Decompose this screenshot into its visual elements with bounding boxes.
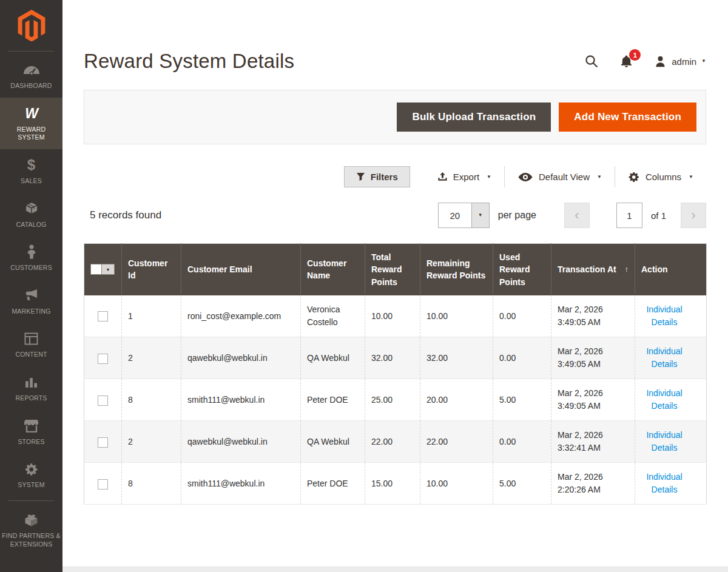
cell-used-points: 0.00 (493, 295, 551, 337)
cell-customer-id: 2 (122, 337, 181, 379)
cell-customer-email: qawebkul@webkul.in (181, 337, 301, 379)
individual-details-link[interactable]: Individual Details (641, 429, 687, 454)
previous-page-button[interactable]: ‹ (564, 203, 590, 228)
admin-account-menu[interactable]: admin ▼ (654, 55, 706, 68)
cell-action: Individual Details (635, 421, 707, 463)
sidebar-item-customers[interactable]: CUSTOMERS (0, 236, 62, 280)
chevron-down-icon: ▼ (106, 267, 110, 272)
chevron-down-icon: ▼ (689, 175, 693, 180)
notification-count-badge: 1 (629, 49, 641, 61)
per-page-select[interactable]: 20 ▼ (438, 203, 490, 228)
column-header-customer-email[interactable]: Customer Email (181, 244, 301, 295)
table-row: 8 smith111@webkul.in Peter DOE 25.00 20.… (84, 379, 707, 421)
select-all-checkbox[interactable] (90, 264, 102, 275)
column-header-transaction-at[interactable]: Transaction At ↑ (551, 244, 635, 295)
row-checkbox[interactable] (98, 479, 108, 490)
chevron-down-icon: ▼ (597, 175, 602, 180)
sidebar-item-label: SYSTEM (2, 481, 61, 490)
chevron-down-icon: ▼ (478, 213, 483, 218)
column-header-action: Action (635, 244, 707, 295)
sidebar-item-label: REWARD SYSTEM (12, 126, 51, 142)
transactions-table: ▼ Customer Id Customer Email Customer Na… (84, 243, 707, 505)
system-icon (2, 461, 61, 477)
table-row: 2 qawebkul@webkul.in QA Webkul 32.00 32.… (84, 337, 707, 379)
individual-details-link[interactable]: Individual Details (641, 303, 687, 329)
sidebar-item-stores[interactable]: STORES (0, 410, 62, 454)
sidebar-item-marketing[interactable]: MARKETING (0, 280, 62, 323)
sidebar-item-dashboard[interactable]: DASHBOARD (0, 54, 62, 98)
current-page-input[interactable] (616, 203, 642, 228)
individual-details-link[interactable]: Individual Details (641, 387, 687, 412)
sidebar-item-label: DASHBOARD (2, 82, 61, 90)
user-avatar-icon (654, 55, 667, 68)
row-checkbox[interactable] (98, 437, 108, 448)
cell-transaction-at: Mar 2, 20262:20:26 AM (551, 463, 635, 505)
select-all-dropdown[interactable]: ▼ (102, 264, 115, 275)
sidebar-item-content[interactable]: CONTENT (0, 323, 62, 366)
sidebar-item-sales[interactable]: $ SALES (0, 149, 62, 193)
records-found-text: 5 records found (90, 209, 161, 221)
notifications-bell-icon[interactable]: 1 (619, 54, 633, 69)
cell-used-points: 5.00 (493, 463, 551, 505)
sidebar-item-reports[interactable]: REPORTS (0, 366, 62, 410)
cell-customer-name: QA Webkul (301, 337, 365, 379)
row-checkbox[interactable] (98, 311, 108, 321)
column-header-customer-name[interactable]: Customer Name (301, 244, 365, 295)
columns-menu[interactable]: Columns ▼ (615, 166, 706, 187)
grid-toolbar: Filters Export ▼ Default View ▼ Columns … (84, 166, 706, 187)
sidebar: DASHBOARD W REWARD SYSTEM $ SALES CATALO… (0, 0, 62, 572)
sidebar-item-reward-system[interactable]: W REWARD SYSTEM (0, 98, 62, 149)
magento-logo[interactable] (8, 0, 54, 52)
table-row: 1 roni_cost@example.com Veronica Costell… (84, 295, 707, 337)
column-header-total-points[interactable]: Total Reward Points (365, 244, 420, 295)
filters-button[interactable]: Filters (344, 166, 410, 187)
cell-customer-id: 8 (122, 463, 181, 505)
column-header-remaining-points[interactable]: Remaining Reward Points (420, 244, 493, 295)
cell-used-points: 5.00 (493, 379, 551, 421)
cell-total-points: 25.00 (365, 379, 420, 421)
gear-icon (628, 171, 640, 183)
export-menu[interactable]: Export ▼ (425, 166, 504, 187)
chevron-left-icon: ‹ (575, 207, 579, 223)
sort-ascending-icon: ↑ (622, 264, 629, 275)
sidebar-item-find-partners[interactable]: FIND PARTNERS & EXTENSIONS (0, 504, 62, 556)
view-menu[interactable]: Default View ▼ (504, 166, 615, 187)
page-header: Reward System Details 1 admin ▼ (84, 50, 706, 73)
individual-details-link[interactable]: Individual Details (641, 471, 687, 496)
sidebar-item-system[interactable]: SYSTEM (0, 453, 62, 497)
add-new-transaction-button[interactable]: Add New Transaction (559, 103, 696, 132)
reward-system-icon: W (2, 106, 61, 122)
sidebar-item-label: FIND PARTNERS & EXTENSIONS (2, 532, 61, 548)
reports-icon (2, 374, 61, 391)
sidebar-item-catalog[interactable]: CATALOG (0, 193, 62, 237)
cell-customer-id: 1 (122, 295, 181, 337)
cell-customer-name: Peter DOE (301, 379, 365, 421)
individual-details-link[interactable]: Individual Details (641, 345, 687, 371)
row-checkbox[interactable] (98, 354, 108, 364)
next-page-button[interactable]: › (681, 203, 706, 228)
admin-username: admin (672, 56, 696, 67)
per-page-caret[interactable]: ▼ (471, 203, 489, 227)
column-header-customer-id[interactable]: Customer Id (122, 244, 181, 295)
sidebar-item-label: SALES (2, 177, 61, 186)
sidebar-item-label: CATALOG (2, 221, 61, 229)
search-icon[interactable] (584, 54, 599, 69)
magento-logo-icon (18, 10, 46, 41)
cell-customer-id: 2 (122, 421, 181, 463)
sidebar-item-label: MARKETING (2, 308, 61, 316)
bulk-upload-transaction-button[interactable]: Bulk Upload Transaction (397, 103, 551, 132)
cell-action: Individual Details (635, 337, 707, 379)
content-icon (2, 331, 61, 347)
main-area: Reward System Details 1 admin ▼ Bulk Upl… (62, 50, 728, 572)
column-header-used-points[interactable]: Used Reward Points (493, 244, 551, 295)
chevron-right-icon: › (691, 207, 695, 223)
cell-remaining-points: 10.00 (420, 463, 493, 505)
cell-transaction-at: Mar 2, 20263:32:41 AM (551, 421, 635, 463)
select-all-control[interactable]: ▼ (90, 264, 116, 275)
row-checkbox[interactable] (98, 395, 108, 406)
cell-total-points: 32.00 (365, 337, 420, 379)
records-pager-row: 5 records found 20 ▼ per page ‹ of 1 › (84, 203, 706, 228)
cell-transaction-at: Mar 2, 20263:49:05 AM (551, 295, 635, 337)
filters-label: Filters (371, 172, 398, 182)
cell-remaining-points: 20.00 (420, 379, 493, 421)
